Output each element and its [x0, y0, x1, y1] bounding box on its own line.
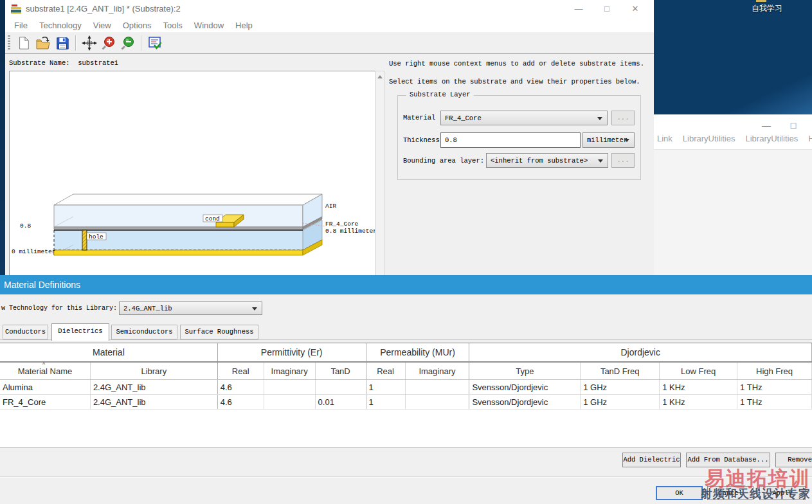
maximize-icon[interactable]: □	[782, 117, 804, 134]
close-icon[interactable]: ✕	[621, 0, 649, 18]
save-button[interactable]	[53, 34, 72, 52]
open-button[interactable]	[33, 34, 53, 52]
window-title: substrate1 [2.4G_ANT_lib] * (Substrate):…	[26, 0, 181, 18]
table-cell[interactable]: 1 THz	[737, 380, 812, 394]
minimize-icon[interactable]: —	[564, 0, 593, 18]
air-front-face[interactable]	[54, 205, 303, 227]
chevron-down-icon	[597, 117, 602, 120]
table-cell[interactable]: 1	[366, 380, 406, 394]
menu-window[interactable]: Window	[188, 21, 230, 30]
air-top-face[interactable]	[54, 194, 322, 205]
toolbar-drag-handle[interactable]	[8, 35, 10, 51]
table-cell[interactable]	[264, 380, 316, 394]
column-header-high-freq[interactable]: High Freq	[737, 363, 812, 379]
table-row[interactable]: Alumina2.4G_ANT_lib4.61Svensson/Djordjev…	[0, 380, 812, 395]
bounding-area-browse-button[interactable]: ...	[611, 153, 635, 168]
table-cell[interactable]	[406, 395, 470, 409]
column-header-material-name[interactable]: Material Name^	[0, 363, 91, 379]
new-file-button[interactable]	[14, 34, 33, 52]
tab-surface-roughness[interactable]: Surface Roughness	[180, 325, 258, 339]
table-cell[interactable]: 1 KHz	[660, 380, 737, 394]
table-cell[interactable]: 4.6	[218, 395, 264, 409]
table-cell[interactable]: 1 KHz	[660, 395, 737, 409]
substrate-name-row: Substrate Name: substrate1	[9, 59, 118, 67]
material-label: Material	[403, 114, 435, 122]
tab-baseline	[0, 339, 812, 340]
table-cell[interactable]: 2.4G_ANT_lib	[91, 380, 218, 394]
preview-scrollbar[interactable]	[375, 71, 384, 276]
thickness-input[interactable]	[440, 132, 581, 148]
add-dielectric-button[interactable]: Add Dielectric	[622, 453, 681, 467]
thickness-label: Thickness	[403, 136, 440, 144]
menu-view[interactable]: View	[87, 21, 117, 30]
table-cell[interactable]: 1	[366, 395, 406, 409]
column-header-type[interactable]: Type	[469, 363, 581, 379]
minimize-icon[interactable]: —	[755, 117, 777, 134]
column-header-imaginary[interactable]: Imaginary	[406, 363, 470, 379]
group-header-material: Material	[0, 343, 218, 361]
maximize-icon[interactable]: □	[593, 0, 621, 18]
technology-combobox[interactable]: 2.4G_ANT_lib	[119, 302, 262, 315]
table-cell[interactable]	[316, 380, 366, 394]
bounding-area-label: Bounding area layer:	[403, 157, 484, 165]
table-cell[interactable]: Alumina	[0, 380, 91, 394]
zoom-in-button[interactable]	[99, 34, 118, 52]
table-cell[interactable]	[406, 380, 470, 394]
column-header-real[interactable]: Real	[366, 363, 406, 379]
column-header-real[interactable]: Real	[218, 363, 264, 379]
material-combobox[interactable]: FR_4_Core	[440, 111, 608, 125]
dialog-titlebar[interactable]: Material Definitions	[0, 275, 812, 294]
column-header-tand[interactable]: TanD	[316, 363, 366, 379]
table-cell[interactable]: 0.01	[316, 395, 366, 409]
table-cell[interactable]	[264, 395, 316, 409]
table-cell[interactable]: 4.6	[218, 380, 264, 394]
menu-tools[interactable]: Tools	[158, 21, 188, 30]
thickness-unit-combobox[interactable]: millimeter	[582, 132, 635, 148]
menu-item-libraryutilities-1[interactable]: LibraryUtilities	[680, 134, 743, 143]
column-header-low-freq[interactable]: Low Freq	[660, 363, 737, 379]
tab-dielectrics[interactable]: Dielectrics	[51, 323, 109, 341]
menu-options[interactable]: Options	[117, 21, 158, 30]
dielectrics-table[interactable]: MaterialPermittivity (Er)Permeability (M…	[0, 343, 812, 448]
menu-technology[interactable]: Technology	[33, 21, 87, 30]
menu-item-help[interactable]: He	[805, 134, 812, 143]
table-cell[interactable]: Svensson/Djordjevic	[469, 380, 581, 394]
sort-ascending-icon: ^	[42, 361, 45, 368]
table-cell[interactable]: 1 GHz	[581, 380, 660, 394]
material-value: FR_4_Core	[445, 114, 482, 122]
chevron-down-icon	[252, 307, 257, 310]
ground-plane-front[interactable]	[54, 250, 303, 255]
table-cell[interactable]: 1 GHz	[581, 395, 660, 409]
tab-conductors[interactable]: Conductors	[3, 325, 48, 339]
pan-view-button[interactable]	[80, 34, 99, 52]
zero-height-label: 0 millimeter	[12, 248, 55, 255]
menu-item-libraryutilities-2[interactable]: LibraryUtilities	[743, 134, 806, 143]
menu-item-link[interactable]: Link	[654, 134, 680, 143]
hole-via[interactable]	[82, 230, 87, 250]
tab-semiconductors[interactable]: Semiconductors	[111, 325, 177, 339]
desktop-icon[interactable]	[756, 0, 766, 2]
table-cell[interactable]: 2.4G_ANT_lib	[91, 395, 218, 409]
bounding-area-combobox[interactable]: <inherit from substrate>	[486, 153, 608, 168]
table-cell[interactable]: 1 THz	[737, 395, 812, 409]
table-cell[interactable]: Svensson/Djordjevic	[469, 395, 581, 409]
toolbar-separator	[75, 35, 77, 51]
substrate-layer-group-title: Substrate Layer	[406, 91, 474, 98]
column-header-tand-freq[interactable]: TanD Freq	[581, 363, 660, 379]
zoom-out-button[interactable]	[118, 34, 138, 52]
menu-file[interactable]: File	[8, 21, 33, 30]
column-header-imaginary[interactable]: Imaginary	[264, 363, 316, 379]
cond-layer-front[interactable]	[54, 227, 303, 230]
table-cell[interactable]: FR_4_Core	[0, 395, 91, 409]
substrate-preview[interactable]: cond hole AIR 0.8 FR_4_Core 0.8 millimet…	[9, 71, 376, 276]
ok-button[interactable]: OK	[656, 486, 703, 500]
scroll-up-icon[interactable]	[377, 75, 383, 78]
technology-label: w Technology for this Library:	[1, 305, 117, 312]
menu-help[interactable]: Help	[230, 21, 258, 30]
titlebar[interactable]: substrate1 [2.4G_ANT_lib] * (Substrate):…	[5, 0, 654, 18]
material-browse-button[interactable]: ...	[611, 111, 635, 125]
substrate-check-button[interactable]	[145, 34, 165, 52]
desktop-icon-label[interactable]: 自我学习	[738, 3, 796, 14]
table-row[interactable]: FR_4_Core2.4G_ANT_lib4.60.011Svensson/Dj…	[0, 395, 812, 410]
column-header-library[interactable]: Library	[91, 363, 218, 379]
